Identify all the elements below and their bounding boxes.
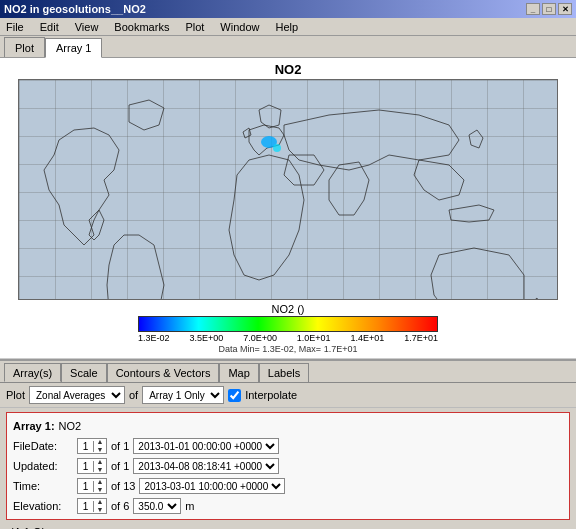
filedate-value-select[interactable]: 2013-01-01 00:00:00 +0000 bbox=[133, 438, 279, 454]
title-bar-text: NO2 in geosolutions__NO2 bbox=[4, 3, 146, 15]
tick-3: 7.0E+00 bbox=[243, 333, 277, 343]
cla-label: clA 1 Ok - bbox=[0, 524, 576, 529]
elevation-spinner-val: 1 bbox=[78, 501, 94, 512]
menu-view[interactable]: View bbox=[71, 20, 103, 34]
updated-up[interactable]: ▲ bbox=[94, 458, 106, 466]
elevation-spinner[interactable]: 1 ▲ ▼ bbox=[77, 498, 107, 514]
elevation-of: of 6 bbox=[111, 500, 129, 512]
updated-value-select[interactable]: 2013-04-08 08:18:41 +0000 bbox=[133, 458, 279, 474]
elevation-value-select[interactable]: 350.0 bbox=[133, 498, 181, 514]
elevation-label: Elevation: bbox=[13, 500, 73, 512]
tab-plot[interactable]: Plot bbox=[4, 37, 45, 57]
tick-4: 1.0E+01 bbox=[297, 333, 331, 343]
menu-help[interactable]: Help bbox=[271, 20, 302, 34]
map-svg bbox=[19, 80, 558, 300]
title-bar: NO2 in geosolutions__NO2 _ □ ✕ bbox=[0, 0, 576, 18]
filedate-spinner[interactable]: 1 ▲ ▼ bbox=[77, 438, 107, 454]
tab-scale[interactable]: Scale bbox=[61, 363, 107, 382]
of-label: of bbox=[129, 389, 138, 401]
tick-2: 3.5E+00 bbox=[189, 333, 223, 343]
info-box: Array 1: NO2 FileDate: 1 ▲ ▼ of 1 2013-0… bbox=[6, 412, 570, 520]
tick-5: 1.4E+01 bbox=[351, 333, 385, 343]
updated-spinner[interactable]: 1 ▲ ▼ bbox=[77, 458, 107, 474]
main-content: NO2 bbox=[0, 58, 576, 529]
menu-bookmarks[interactable]: Bookmarks bbox=[110, 20, 173, 34]
colorscale-bar-container bbox=[138, 316, 438, 332]
menu-bar: File Edit View Bookmarks Plot Window Hel… bbox=[0, 18, 576, 36]
interpolate-label: Interpolate bbox=[245, 389, 297, 401]
filedate-of: of 1 bbox=[111, 440, 129, 452]
time-arrows[interactable]: ▲ ▼ bbox=[94, 478, 106, 494]
bottom-tabs: Array(s) Scale Contours & Vectors Map La… bbox=[0, 361, 576, 383]
updated-spinner-val: 1 bbox=[78, 461, 94, 472]
array-select[interactable]: Array 1 Only bbox=[142, 386, 224, 404]
menu-plot[interactable]: Plot bbox=[181, 20, 208, 34]
filedate-row: FileDate: 1 ▲ ▼ of 1 2013-01-01 00:00:00… bbox=[13, 436, 563, 456]
tab-array1[interactable]: Array 1 bbox=[45, 38, 102, 58]
elevation-up[interactable]: ▲ bbox=[94, 498, 106, 506]
data-minmax: Data Min= 1.3E-02, Max= 1.7E+01 bbox=[219, 344, 358, 354]
updated-label: Updated: bbox=[13, 460, 73, 472]
filedate-label: FileDate: bbox=[13, 440, 73, 452]
menu-file[interactable]: File bbox=[2, 20, 28, 34]
tab-arrays[interactable]: Array(s) bbox=[4, 363, 61, 382]
elevation-down[interactable]: ▼ bbox=[94, 506, 106, 514]
tab-contours[interactable]: Contours & Vectors bbox=[107, 363, 220, 382]
title-bar-buttons: _ □ ✕ bbox=[526, 3, 572, 15]
filedate-down[interactable]: ▼ bbox=[94, 446, 106, 454]
no2-hotspot-2 bbox=[273, 144, 281, 152]
filedate-arrows[interactable]: ▲ ▼ bbox=[94, 438, 106, 454]
time-value-select[interactable]: 2013-03-01 10:00:00 +0000 bbox=[139, 478, 285, 494]
elevation-unit: m bbox=[185, 500, 194, 512]
time-spinner-val: 1 bbox=[78, 481, 94, 492]
time-of: of 13 bbox=[111, 480, 135, 492]
time-up[interactable]: ▲ bbox=[94, 478, 106, 486]
time-label: Time: bbox=[13, 480, 73, 492]
elevation-arrows[interactable]: ▲ ▼ bbox=[94, 498, 106, 514]
close-button[interactable]: ✕ bbox=[558, 3, 572, 15]
time-down[interactable]: ▼ bbox=[94, 486, 106, 494]
bottom-panel: Array(s) Scale Contours & Vectors Map La… bbox=[0, 359, 576, 529]
updated-arrows[interactable]: ▲ ▼ bbox=[94, 458, 106, 474]
tab-labels[interactable]: Labels bbox=[259, 363, 309, 382]
menu-edit[interactable]: Edit bbox=[36, 20, 63, 34]
updated-of: of 1 bbox=[111, 460, 129, 472]
main-tab-bar: Plot Array 1 bbox=[0, 36, 576, 58]
filedate-up[interactable]: ▲ bbox=[94, 438, 106, 446]
plot-title: NO2 bbox=[275, 62, 302, 77]
interpolate-checkbox[interactable] bbox=[228, 389, 241, 402]
updated-row: Updated: 1 ▲ ▼ of 1 2013-04-08 08:18:41 … bbox=[13, 456, 563, 476]
time-row: Time: 1 ▲ ▼ of 13 2013-03-01 10:00:00 +0… bbox=[13, 476, 563, 496]
array-name-row: Array 1: NO2 bbox=[13, 416, 563, 436]
array-name-label: Array 1: bbox=[13, 420, 55, 432]
plot-type-select[interactable]: Zonal Averages bbox=[29, 386, 125, 404]
colorscale-area: NO2 () 1.3E-02 3.5E+00 7.0E+00 1.0E+01 1… bbox=[4, 303, 572, 354]
filedate-spinner-val: 1 bbox=[78, 441, 94, 452]
menu-window[interactable]: Window bbox=[216, 20, 263, 34]
elevation-row: Elevation: 1 ▲ ▼ of 6 350.0 m bbox=[13, 496, 563, 516]
controls-row: Plot Zonal Averages of Array 1 Only Inte… bbox=[0, 383, 576, 408]
minimize-button[interactable]: _ bbox=[526, 3, 540, 15]
plot-area: NO2 bbox=[0, 58, 576, 359]
updated-down[interactable]: ▼ bbox=[94, 466, 106, 474]
colorscale-ticks: 1.3E-02 3.5E+00 7.0E+00 1.0E+01 1.4E+01 … bbox=[138, 333, 438, 343]
colorscale-label: NO2 () bbox=[272, 303, 305, 315]
colorscale-bar bbox=[138, 316, 438, 332]
maximize-button[interactable]: □ bbox=[542, 3, 556, 15]
array-name-value: NO2 bbox=[59, 420, 82, 432]
tick-1: 1.3E-02 bbox=[138, 333, 170, 343]
world-map[interactable] bbox=[18, 79, 558, 300]
plot-label: Plot bbox=[6, 389, 25, 401]
tab-map[interactable]: Map bbox=[219, 363, 258, 382]
tick-6: 1.7E+01 bbox=[404, 333, 438, 343]
time-spinner[interactable]: 1 ▲ ▼ bbox=[77, 478, 107, 494]
